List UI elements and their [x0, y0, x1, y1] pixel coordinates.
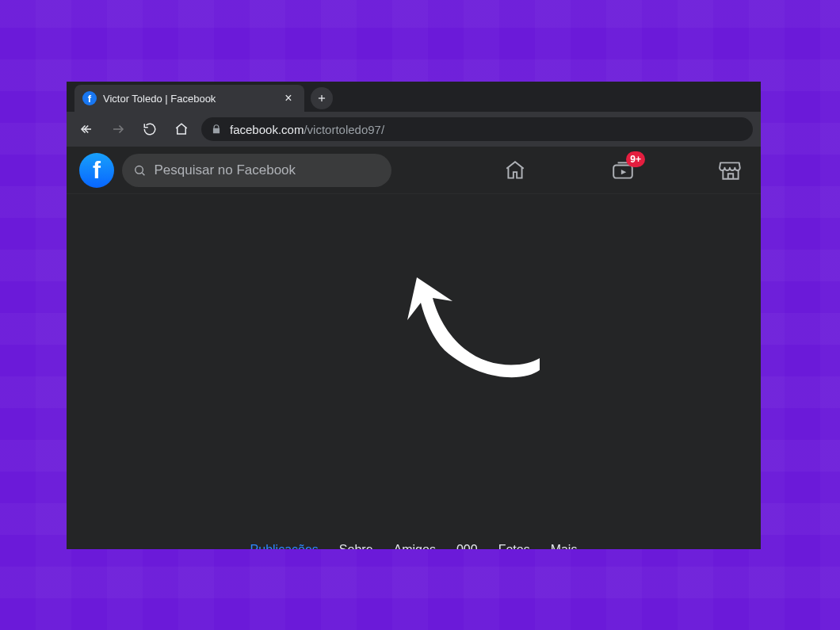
browser-toolbar: facebook.com/victortoledo97/ [67, 112, 761, 147]
svg-point-5 [136, 166, 143, 174]
search-icon [133, 163, 146, 178]
home-icon [503, 158, 527, 182]
nav-marketplace[interactable] [716, 156, 745, 185]
back-button[interactable] [74, 117, 98, 141]
close-tab-icon[interactable]: × [281, 90, 296, 106]
search-input[interactable] [154, 162, 380, 178]
forward-button[interactable] [106, 117, 130, 141]
facebook-logo[interactable]: f [79, 153, 114, 188]
reload-icon [143, 122, 157, 136]
facebook-header: f 9+ [67, 147, 761, 194]
footer-link[interactable]: Fotos [498, 543, 530, 549]
footer-link[interactable]: Publicações [250, 543, 319, 549]
reload-button[interactable] [138, 117, 162, 141]
url-domain: facebook.com [230, 123, 304, 136]
facebook-body: Publicações Sobre Amigos 000 Fotos Mais [67, 194, 761, 549]
browser-tab[interactable]: f Victor Toledo | Facebook × [74, 85, 304, 112]
address-bar[interactable]: facebook.com/victortoledo97/ [201, 117, 753, 141]
svg-line-6 [142, 173, 144, 175]
facebook-favicon: f [82, 91, 97, 105]
tab-title: Victor Toledo | Facebook [103, 93, 281, 105]
browser-home-button[interactable] [170, 117, 193, 141]
facebook-nav: 9+ [501, 147, 761, 194]
marketplace-icon [719, 158, 743, 182]
url-text: facebook.com/victortoledo97/ [230, 123, 384, 136]
nav-watch[interactable]: 9+ [609, 156, 637, 185]
plus-icon [316, 93, 327, 104]
lock-icon [211, 124, 222, 135]
footer-link[interactable]: 000 [456, 543, 478, 549]
footer-link[interactable]: Mais [551, 543, 578, 549]
new-tab-button[interactable] [311, 87, 333, 109]
facebook-search[interactable] [122, 154, 391, 187]
annotation-arrow [401, 263, 552, 390]
home-outline-icon [174, 122, 189, 136]
browser-window: f Victor Toledo | Facebook × [67, 82, 761, 549]
watch-badge: 9+ [626, 151, 645, 167]
nav-home[interactable] [501, 156, 529, 185]
url-path: /victortoledo97/ [304, 123, 384, 136]
footer-link[interactable]: Sobre [339, 543, 373, 549]
tab-strip: f Victor Toledo | Facebook × [67, 82, 761, 112]
facebook-favicon-letter: f [88, 94, 91, 104]
arrow-left-icon [79, 122, 94, 136]
footer-link[interactable]: Amigos [394, 543, 436, 549]
facebook-logo-letter: f [93, 158, 101, 182]
profile-nav-links: Publicações Sobre Amigos 000 Fotos Mais [67, 543, 761, 549]
arrow-right-icon [111, 122, 125, 136]
